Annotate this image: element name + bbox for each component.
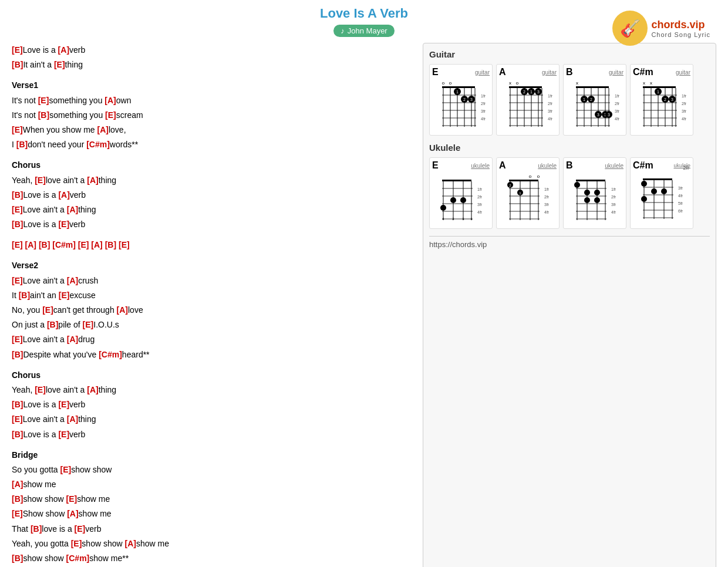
- chord-panel-url: https://chords.vip: [429, 236, 710, 249]
- artist-name: John Mayer: [348, 26, 387, 35]
- svg-rect-2: [442, 86, 475, 88]
- chorus1-label: Chorus: [12, 158, 411, 173]
- svg-text:3: 3: [671, 97, 673, 102]
- svg-text:4fr: 4fr: [678, 194, 683, 198]
- svg-text:4fr: 4fr: [544, 210, 550, 214]
- svg-text:1: 1: [583, 97, 585, 102]
- lyrics-section: [E]Love is a [A]verb [B]It ain't a [E]th…: [12, 43, 411, 567]
- lyric-v1-3: [E]When you show me [A]love,: [12, 123, 411, 137]
- lyric-br-5: That [B]love is a [E]verb: [12, 522, 411, 536]
- svg-text:1: 1: [657, 90, 659, 94]
- chorus2-label: Chorus: [12, 368, 411, 383]
- svg-text:2: 2: [590, 97, 592, 102]
- svg-text:3fr: 3fr: [678, 186, 683, 190]
- svg-text:6fr: 6fr: [678, 209, 683, 213]
- svg-point-113: [450, 197, 456, 203]
- chord-B-guitar: B guitar x: [563, 64, 626, 136]
- svg-text:4fr: 4fr: [481, 117, 486, 121]
- chord-E-guitar: E guitar o o: [429, 64, 493, 136]
- svg-text:4fr: 4fr: [477, 210, 483, 214]
- svg-rect-49: [576, 86, 609, 88]
- svg-text:1fr: 1fr: [548, 94, 553, 98]
- chord-Cshm-guitar: C#m guitar x x: [630, 64, 693, 136]
- svg-text:3fr: 3fr: [682, 109, 687, 113]
- svg-text:o: o: [537, 174, 540, 179]
- lyric-v2-1: [E]Love ain't a [A]crush: [12, 274, 411, 288]
- svg-text:4fr: 4fr: [682, 117, 687, 121]
- verse1-label: Verse1: [12, 78, 411, 93]
- svg-text:3fr: 3fr: [611, 203, 616, 207]
- lyric-c2-2: [B]Love is a [E]verb: [12, 397, 411, 412]
- chord-progression-line: [E] [A] [B] [C#m] [E] [A] [B] [E]: [12, 238, 411, 252]
- lyric-v2-3: No, you [E]can't get through [A]love: [12, 303, 411, 318]
- svg-text:3: 3: [597, 113, 599, 117]
- svg-text:5fr: 5fr: [678, 201, 683, 205]
- chord-panel: Guitar E guitar o o: [423, 43, 716, 567]
- artist-badge[interactable]: John Mayer: [333, 25, 394, 37]
- lyric-intro-1: [E]Love is a [A]verb: [12, 43, 411, 58]
- lyric-br-3: [B]show show [E]show me: [12, 492, 411, 507]
- lyric-br-1: So you gotta [E]show show: [12, 463, 411, 477]
- chord-B-ukulele: B ukulele 1fr: [563, 157, 626, 229]
- svg-point-114: [460, 197, 466, 203]
- svg-text:3fr: 3fr: [481, 109, 486, 113]
- svg-text:1fr: 1fr: [615, 94, 620, 98]
- logo-sub: Chord Song Lyric: [651, 31, 710, 38]
- svg-rect-77: [643, 86, 676, 88]
- svg-text:x: x: [509, 80, 511, 86]
- logo-icon: 🎸: [612, 11, 648, 46]
- chord-Cshm-ukulele: C#m ukulele 2fr: [630, 157, 693, 229]
- svg-text:1fr: 1fr: [611, 187, 616, 191]
- svg-rect-159: [643, 178, 672, 180]
- ukulele-section-title: Ukulele: [429, 143, 710, 153]
- svg-text:2: 2: [523, 90, 525, 94]
- lyric-v2-6: [B]Despite what you've [C#m]heard**: [12, 347, 411, 362]
- chord-E-ukulele: E ukulele 1fr: [429, 157, 493, 229]
- svg-text:o: o: [516, 80, 519, 86]
- svg-text:2fr: 2fr: [548, 102, 553, 106]
- logo-area: 🎸 chords.vip Chord Song Lyric: [612, 11, 710, 46]
- svg-text:4fr: 4fr: [548, 117, 553, 121]
- svg-text:x: x: [576, 80, 578, 86]
- svg-point-175: [661, 188, 667, 194]
- svg-text:3fr: 3fr: [544, 203, 550, 207]
- lyric-v2-4: On just a [B]pile of [E]I.O.U.s: [12, 318, 411, 332]
- svg-point-155: [584, 190, 590, 195]
- svg-rect-26: [509, 86, 542, 88]
- svg-text:o: o: [529, 174, 532, 179]
- page-header: Love Is A Verb John Mayer: [12, 6, 716, 37]
- svg-text:x: x: [650, 80, 652, 86]
- svg-text:2fr: 2fr: [615, 102, 620, 106]
- lyric-c1-4: [B]Love is a [E]verb: [12, 217, 411, 232]
- chord-A-guitar: A guitar x o: [496, 64, 560, 136]
- svg-text:2fr: 2fr: [611, 195, 616, 199]
- lyric-br-6: Yeah, you gotta [E]show show [A]show me: [12, 536, 411, 551]
- bridge-label: Bridge: [12, 448, 411, 463]
- svg-text:3fr: 3fr: [615, 109, 620, 113]
- lyric-c1-1: Yeah, [E]love ain't a [A]thing: [12, 173, 411, 188]
- svg-rect-122: [509, 180, 538, 181]
- lyric-intro-2: [B]It ain't a [E]thing: [12, 58, 411, 72]
- svg-point-156: [594, 190, 600, 195]
- svg-text:1: 1: [456, 90, 459, 94]
- svg-point-174: [651, 188, 657, 194]
- svg-text:1fr: 1fr: [477, 187, 483, 191]
- lyric-v1-4: I [B]don't need your [C#m]words**: [12, 137, 411, 152]
- logo-brand: chords.vip: [651, 19, 705, 31]
- svg-text:3: 3: [608, 113, 610, 117]
- verse2-label: Verse2: [12, 258, 411, 273]
- lyric-br-7: [B]show show [C#m]show me**: [12, 551, 411, 566]
- svg-point-154: [574, 182, 580, 188]
- lyric-c1-3: [E]Love ain't a [A]thing: [12, 203, 411, 217]
- lyric-c2-1: Yeah, [E]love ain't a [A]thing: [12, 383, 411, 397]
- lyric-c2-3: [E]Love ain't a [A]thing: [12, 412, 411, 427]
- svg-text:2: 2: [664, 97, 666, 102]
- lyric-br-2: [A]show me: [12, 477, 411, 492]
- svg-point-173: [641, 181, 647, 187]
- guitar-section-title: Guitar: [429, 49, 710, 59]
- svg-point-157: [584, 197, 590, 203]
- svg-point-176: [641, 196, 647, 202]
- svg-text:3: 3: [537, 90, 540, 94]
- svg-text:2fr: 2fr: [481, 102, 486, 106]
- lyric-v2-5: [E]Love ain't a [A]drug: [12, 332, 411, 347]
